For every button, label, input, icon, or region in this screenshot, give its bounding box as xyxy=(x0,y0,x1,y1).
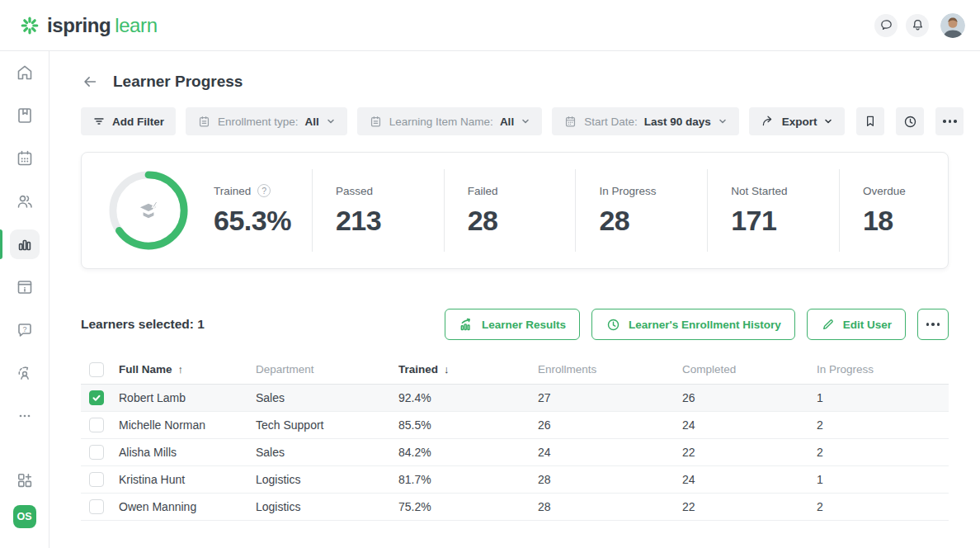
cell-department: Logistics xyxy=(256,500,398,513)
column-completed[interactable]: Completed xyxy=(682,363,817,376)
cell-full-name: Kristina Hunt xyxy=(119,473,256,486)
table-header: Full Name↑ Department Trained↓ Enrollmen… xyxy=(81,355,949,385)
column-full-name[interactable]: Full Name↑ xyxy=(119,363,256,376)
row-checkbox[interactable] xyxy=(89,418,104,432)
table-row[interactable]: Michelle NormanTech Support85.5%26242 xyxy=(81,412,949,439)
bar-chart-icon xyxy=(15,234,35,254)
more-icon xyxy=(925,323,941,326)
column-in-progress[interactable]: In Progress xyxy=(817,363,949,376)
row-checkbox[interactable] xyxy=(89,472,104,487)
svg-text:?: ? xyxy=(22,325,26,333)
table-row[interactable]: Alisha MillsSales84.2%24222 xyxy=(81,439,949,466)
sidebar-item-info-panel[interactable] xyxy=(10,272,40,302)
chevron-down-icon xyxy=(718,116,728,126)
bookmark-button[interactable] xyxy=(856,107,884,135)
export-button[interactable]: Export xyxy=(749,107,846,135)
notifications-button[interactable] xyxy=(906,14,929,37)
help-icon[interactable]: ? xyxy=(257,184,271,197)
sidebar-item-learning[interactable] xyxy=(10,101,40,130)
chat-button[interactable] xyxy=(874,14,898,37)
avatar[interactable] xyxy=(940,13,965,38)
question-bubble-icon: ? xyxy=(15,320,35,340)
cell-full-name: Michelle Norman xyxy=(119,418,256,432)
add-filter-button[interactable]: Add Filter xyxy=(81,107,176,135)
column-enrollments[interactable]: Enrollments xyxy=(538,363,682,376)
column-department[interactable]: Department xyxy=(256,363,398,376)
home-icon xyxy=(15,63,35,83)
sidebar-item-users[interactable] xyxy=(10,187,40,216)
cell-enrollments: 28 xyxy=(538,473,682,486)
cell-full-name: Owen Manning xyxy=(119,500,256,513)
sort-desc-icon: ↓ xyxy=(444,363,450,376)
sidebar-item-home[interactable] xyxy=(10,58,40,87)
cell-trained: 92.4% xyxy=(398,391,538,404)
filter-chip-start-date[interactable]: Start Date:Last 90 days xyxy=(552,107,739,135)
stat-not-started: Not Started 171 xyxy=(707,169,839,252)
ispring-asterisk-icon xyxy=(20,16,40,35)
graduation-cap-icon xyxy=(130,192,167,229)
row-checkbox[interactable] xyxy=(89,390,104,405)
progress-summary-card: Trained ? 65.3% Passed 213 Failed 28 In … xyxy=(81,152,949,269)
cell-completed: 22 xyxy=(682,446,817,459)
info-window-icon xyxy=(15,277,35,297)
sidebar: ? OS xyxy=(0,51,49,548)
cell-in-progress: 2 xyxy=(817,500,949,513)
table-row[interactable]: Owen ManningLogistics75.2%28222 xyxy=(81,494,949,521)
learner-results-button[interactable]: Learner Results xyxy=(445,309,580,340)
logo[interactable]: ispringlearn xyxy=(20,14,158,37)
edit-user-button[interactable]: Edit User xyxy=(807,309,906,340)
notepad-icon xyxy=(369,115,383,129)
bell-icon xyxy=(910,17,926,33)
table-row[interactable]: Kristina HuntLogistics81.7%28241 xyxy=(81,466,949,494)
calendar-icon xyxy=(563,115,577,129)
chevron-down-icon xyxy=(521,116,530,126)
sidebar-item-reports[interactable] xyxy=(10,229,40,259)
enrollment-history-button[interactable]: Learner's Enrollment History xyxy=(591,309,795,340)
more-actions-button[interactable] xyxy=(935,107,964,135)
sidebar-item-more[interactable] xyxy=(10,401,40,431)
stat-overdue: Overdue 18 xyxy=(839,169,941,252)
bookmark-icon xyxy=(863,114,878,129)
filter-bar: Add Filter Enrollment type:All Learning … xyxy=(81,107,949,135)
page-title: Learner Progress xyxy=(113,73,243,91)
sidebar-item-calendar[interactable] xyxy=(10,144,40,173)
grid-plus-icon xyxy=(15,470,35,490)
cell-trained: 81.7% xyxy=(398,473,538,486)
sidebar-item-help[interactable]: ? xyxy=(10,315,40,345)
cell-in-progress: 1 xyxy=(817,473,949,486)
sort-asc-icon: ↑ xyxy=(178,363,184,376)
results-chart-icon xyxy=(459,317,474,333)
cell-completed: 22 xyxy=(682,500,817,513)
column-trained[interactable]: Trained↓ xyxy=(398,363,538,376)
chevron-down-icon xyxy=(326,116,336,126)
logo-text: ispringlearn xyxy=(47,14,158,37)
back-button[interactable] xyxy=(81,73,99,91)
table-body: Robert LambSales92.4%27261Michelle Norma… xyxy=(81,385,949,521)
more-icon xyxy=(941,120,958,123)
history-button[interactable] xyxy=(896,107,924,135)
row-checkbox[interactable] xyxy=(89,499,104,514)
cell-trained: 75.2% xyxy=(398,500,538,513)
history-clock-icon xyxy=(605,317,621,333)
stat-trained: Trained ? 65.3% xyxy=(214,169,312,252)
cell-in-progress: 1 xyxy=(817,391,949,404)
sidebar-item-training[interactable] xyxy=(10,358,40,388)
table-row[interactable]: Robert LambSales92.4%27261 xyxy=(81,385,949,412)
sidebar-item-add-ons[interactable] xyxy=(10,465,40,495)
cell-completed: 24 xyxy=(682,473,817,486)
row-checkbox[interactable] xyxy=(89,445,104,460)
learners-selected-label: Learners selected: 1 xyxy=(81,317,205,332)
stat-passed: Passed 213 xyxy=(312,169,444,252)
filter-chip-learning-item[interactable]: Learning Item Name:All xyxy=(357,107,542,135)
main-content: Learner Progress Add Filter Enrollment t… xyxy=(49,73,980,521)
chat-icon xyxy=(879,17,894,33)
cell-enrollments: 27 xyxy=(538,391,682,404)
more-row-actions-button[interactable] xyxy=(917,309,949,340)
cell-full-name: Robert Lamb xyxy=(119,391,256,404)
cell-enrollments: 28 xyxy=(538,500,682,513)
filter-chip-enrollment-type[interactable]: Enrollment type:All xyxy=(186,107,347,135)
account-badge[interactable]: OS xyxy=(13,505,36,528)
select-all-checkbox[interactable] xyxy=(89,362,104,377)
book-icon xyxy=(15,106,35,125)
cell-in-progress: 2 xyxy=(817,418,949,432)
